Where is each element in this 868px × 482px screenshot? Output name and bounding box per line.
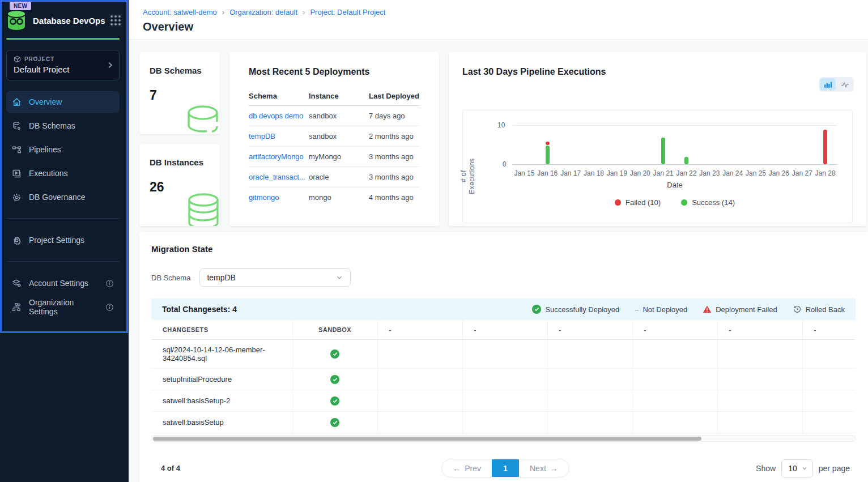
chart-y-axis-label: # of Executions	[459, 155, 476, 198]
breadcrumb-organization-link[interactable]: Organization: default	[229, 8, 297, 16]
line-chart-icon[interactable]	[837, 78, 853, 91]
instance-cell: oracle	[309, 167, 369, 187]
chart-bar	[546, 142, 550, 145]
top-bar: Account: satwell-demo › Organization: de…	[129, 0, 868, 40]
changeset-name-cell: sql/2024-10-14-12-06-member-34240854.sql	[151, 340, 292, 369]
pagination: 4 of 4 Prev 1 Next Show	[151, 459, 856, 477]
info-icon[interactable]	[105, 279, 114, 288]
chart-bar	[823, 130, 827, 164]
column-header-changesets: CHANGESETS	[151, 320, 292, 340]
org-gear-icon	[12, 302, 22, 312]
sidebar-divider	[6, 261, 120, 262]
app-root: NEW Database DevOps	[0, 0, 868, 482]
schema-link[interactable]: gitmongo	[249, 193, 279, 202]
chart-legend: Failed (10) Success (14)	[513, 198, 837, 207]
table-row: tempDB sandbox 2 months ago	[249, 126, 420, 147]
column-header: Last Deployed	[369, 85, 420, 106]
sidebar-item-db-governance[interactable]: DB Governance	[6, 186, 120, 208]
instance-cell: sandbox	[309, 106, 369, 126]
check-circle-icon	[330, 375, 339, 384]
app-title: Database DevOps	[33, 16, 110, 25]
total-changesets-label: Total Changesets: 4	[162, 305, 237, 314]
project-name: Default Project	[14, 65, 112, 74]
sidebar: NEW Database DevOps	[0, 0, 129, 482]
app-switcher-grid-icon[interactable]	[110, 15, 121, 25]
sidebar-item-label: Pipelines	[29, 145, 61, 154]
project-selector[interactable]: PROJECT Default Project	[6, 50, 120, 80]
page-title: Overview	[143, 20, 868, 33]
info-icon[interactable]	[105, 303, 114, 312]
page-1-button[interactable]: 1	[492, 459, 519, 477]
gear-ring-icon	[12, 193, 22, 202]
bar-chart-icon[interactable]	[820, 78, 836, 91]
pipeline-icon	[12, 145, 22, 155]
db-instances-stat-card: DB Instances 26	[139, 144, 220, 226]
legend-deployment-failed: Deployment Failed	[703, 305, 777, 314]
page-size-select[interactable]: 10	[781, 459, 813, 477]
dash-icon: –	[635, 305, 639, 314]
sidebar-item-pipelines[interactable]: Pipelines	[6, 139, 120, 160]
chart-plot-area: 10 0	[513, 125, 837, 165]
column-header: Schema	[249, 85, 309, 106]
sidebar-item-label: Executions	[29, 169, 67, 178]
check-circle-icon	[330, 396, 339, 406]
schema-link[interactable]: tempDB	[249, 132, 275, 140]
chart-bar	[546, 146, 550, 165]
legend-label: Rolled Back	[806, 305, 845, 314]
show-label: Show	[756, 464, 776, 473]
x-tick-label: Jan 21	[652, 169, 675, 177]
arrow-left-icon	[453, 464, 461, 473]
column-header: -	[377, 320, 462, 340]
legend-label: Failed (10)	[626, 198, 661, 207]
stat-value: 26	[150, 180, 220, 195]
check-circle-icon	[330, 349, 339, 359]
home-icon	[12, 97, 22, 107]
sidebar-item-organization-settings[interactable]: Organization Settings	[6, 296, 120, 318]
schema-link[interactable]: oracle_transact...	[249, 173, 305, 181]
db-schema-selected-value: tempDB	[207, 273, 236, 282]
legend-label: Successfully Deployed	[545, 305, 619, 314]
sidebar-item-overview[interactable]: Overview	[6, 91, 120, 113]
changeset-name-cell: satwell:basisSetup-2	[151, 390, 292, 412]
x-tick-label: Jan 23	[698, 169, 721, 177]
column-header: -	[802, 320, 855, 340]
sidebar-item-executions[interactable]: Executions	[6, 163, 120, 184]
column-header: -	[717, 320, 802, 340]
sandbox-status-cell	[292, 412, 377, 433]
scrollbar-thumb[interactable]	[153, 437, 701, 441]
sidebar-item-project-settings[interactable]: Project Settings	[6, 229, 120, 251]
x-tick-label: Jan 24	[721, 169, 744, 177]
db-schema-select[interactable]: tempDB	[199, 268, 351, 287]
layers-gear-icon	[12, 279, 22, 288]
changeset-name-cell: satwell:basisSetup	[151, 412, 292, 433]
breadcrumb-project-link[interactable]: Project: Default Project	[310, 8, 385, 16]
x-tick-label: Jan 25	[744, 169, 768, 177]
database-green-icon	[185, 105, 220, 134]
last-deployed-cell: 7 days ago	[369, 106, 420, 126]
table-row: oracle_transact... oracle 3 months ago	[249, 167, 420, 187]
breadcrumb: Account: satwell-demo › Organization: de…	[143, 8, 868, 16]
chart-bar	[684, 157, 688, 164]
stat-title: DB Schemas	[150, 66, 220, 75]
legend-item-failed: Failed (10)	[615, 198, 661, 207]
chevron-down-icon	[335, 274, 343, 281]
table-row: satwell:basisSetup-2	[151, 390, 855, 412]
prev-button[interactable]: Prev	[442, 459, 492, 477]
y-tick-label: 10	[497, 121, 505, 129]
schema-link[interactable]: db devops demo	[249, 112, 303, 120]
sidebar-item-account-settings[interactable]: Account Settings	[6, 272, 120, 294]
last-deployed-cell: 4 months ago	[369, 187, 420, 208]
next-label: Next	[530, 464, 546, 473]
schema-link[interactable]: artifactoryMongo	[249, 152, 304, 161]
table-row: setupInitialProcedure	[151, 369, 855, 390]
breadcrumb-account-link[interactable]: Account: satwell-demo	[143, 8, 217, 16]
next-button[interactable]: Next	[519, 459, 569, 477]
sidebar-item-label: Overview	[29, 97, 62, 106]
x-tick-label: Jan 19	[605, 169, 628, 177]
instance-cell: sandbox	[309, 126, 369, 147]
instance-cell: myMongo	[309, 147, 369, 167]
sidebar-item-label: Organization Settings	[29, 298, 98, 316]
stat-value: 7	[150, 88, 220, 103]
column-header: Instance	[309, 85, 369, 106]
sidebar-item-db-schemas[interactable]: DB Schemas	[6, 115, 120, 137]
